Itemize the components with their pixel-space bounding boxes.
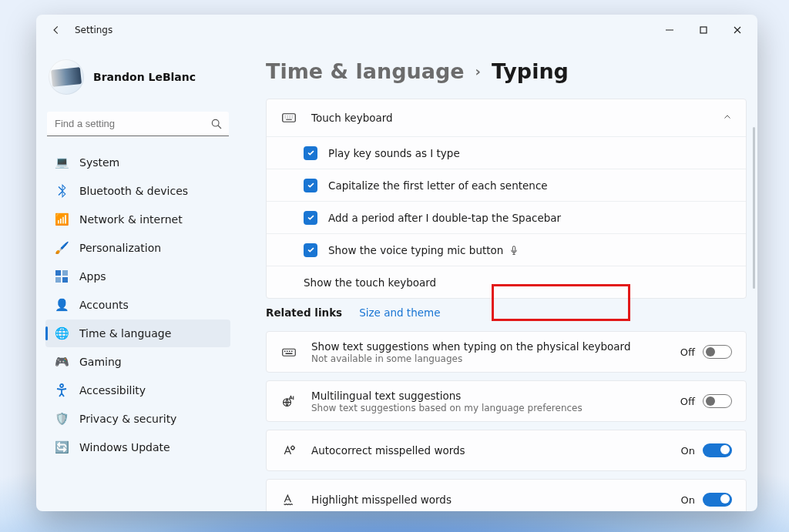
- minimize-icon: [666, 26, 673, 34]
- setting-icon: [280, 394, 297, 408]
- window-title: Settings: [75, 25, 112, 35]
- sidebar-item-gaming[interactable]: 🎮Gaming: [45, 348, 230, 376]
- nav-icon: [55, 184, 69, 198]
- option-label: Add a period after I double-tap the Spac…: [328, 212, 561, 224]
- setting-icon: [280, 345, 297, 359]
- nav-icon: 🔄: [55, 440, 69, 454]
- sidebar-item-time-language[interactable]: 🌐Time & language: [45, 320, 230, 347]
- breadcrumb-current: Typing: [492, 59, 569, 83]
- related-label: Related links: [266, 306, 342, 319]
- setting-row[interactable]: Highlight misspelled wordsOn: [267, 480, 746, 511]
- touch-keyboard-option[interactable]: Add a period after I double-tap the Spac…: [267, 201, 746, 233]
- svg-rect-2: [55, 270, 61, 276]
- breadcrumb-parent[interactable]: Time & language: [266, 59, 465, 83]
- arrow-left-icon: [51, 25, 62, 35]
- svg-point-1: [212, 119, 219, 126]
- nav-icon: 🎮: [55, 355, 69, 369]
- sidebar-item-accessibility[interactable]: Accessibility: [45, 376, 230, 404]
- avatar: [49, 59, 84, 95]
- svg-point-6: [60, 384, 63, 387]
- maximize-icon: [700, 26, 707, 34]
- svg-rect-9: [283, 349, 296, 356]
- svg-rect-3: [62, 270, 68, 276]
- checkbox[interactable]: [304, 179, 317, 192]
- svg-rect-7: [283, 114, 296, 122]
- profile-name: Brandon LeBlanc: [93, 71, 196, 83]
- setting-title: Show text suggestions when typing on the…: [311, 340, 680, 353]
- svg-rect-0: [700, 27, 707, 33]
- size-and-theme-link[interactable]: Size and theme: [359, 306, 440, 319]
- main-content: Time & language › Typing Touch keyboard …: [237, 45, 757, 511]
- search-icon: [210, 118, 223, 130]
- toggle[interactable]: On: [681, 443, 732, 457]
- setting-row[interactable]: Show text suggestions when typing on the…: [267, 332, 746, 372]
- checkbox[interactable]: [304, 243, 317, 257]
- setting-row[interactable]: Autocorrect misspelled wordsOn: [267, 430, 746, 470]
- profile[interactable]: Brandon LeBlanc: [45, 49, 230, 109]
- close-button[interactable]: [720, 16, 754, 44]
- maximize-button[interactable]: [687, 16, 720, 44]
- switch[interactable]: [703, 345, 732, 359]
- setting-subtitle: Show text suggestions based on my langua…: [311, 403, 680, 413]
- nav-icon: 👤: [55, 298, 69, 312]
- search-box[interactable]: [47, 112, 229, 136]
- svg-rect-5: [62, 277, 68, 283]
- minimize-button[interactable]: [653, 16, 687, 44]
- nav-icon: 💻: [55, 156, 69, 169]
- titlebar: Settings: [36, 15, 757, 45]
- svg-point-16: [291, 447, 294, 450]
- sidebar-item-bluetooth-devices[interactable]: Bluetooth & devices: [45, 177, 230, 205]
- svg-rect-4: [55, 277, 61, 283]
- setting-title: Highlight misspelled words: [311, 494, 681, 506]
- checkbox[interactable]: [304, 146, 317, 160]
- search-input[interactable]: [47, 112, 229, 136]
- nav-label: Apps: [79, 270, 106, 283]
- touch-keyboard-title: Touch keyboard: [311, 112, 393, 124]
- nav-label: Personalization: [79, 242, 161, 254]
- setting-row[interactable]: Multilingual text suggestionsShow text s…: [267, 381, 746, 421]
- option-label: Show the voice typing mic button: [328, 244, 518, 256]
- sidebar-item-accounts[interactable]: 👤Accounts: [45, 291, 230, 319]
- nav-label: System: [79, 156, 119, 169]
- related-links: Related links Size and theme: [266, 306, 747, 319]
- nav-label: Gaming: [79, 356, 122, 368]
- sidebar-item-windows-update[interactable]: 🔄Windows Update: [45, 433, 230, 461]
- switch[interactable]: [703, 443, 732, 457]
- option-label: Capitalize the first letter of each sent…: [328, 179, 548, 192]
- sidebar-item-system[interactable]: 💻System: [45, 149, 230, 176]
- svg-rect-11: [287, 351, 288, 353]
- sidebar-item-personalization[interactable]: 🖌️Personalization: [45, 234, 230, 262]
- sidebar-item-privacy-security[interactable]: 🛡️Privacy & security: [45, 405, 230, 433]
- toggle-state: On: [681, 494, 695, 506]
- scrollbar[interactable]: [753, 127, 755, 289]
- back-button[interactable]: [42, 16, 70, 44]
- setting-card: Highlight misspelled wordsOn: [266, 479, 747, 511]
- settings-window: Settings Brandon LeBlanc 💻SystemBluetoot…: [36, 15, 757, 511]
- toggle[interactable]: Off: [680, 394, 732, 408]
- collapse-button[interactable]: [723, 112, 732, 124]
- sidebar-item-apps[interactable]: Apps: [45, 263, 230, 290]
- toggle[interactable]: On: [681, 493, 732, 507]
- toggle-state: On: [681, 445, 695, 457]
- touch-keyboard-option[interactable]: Play key sounds as I type: [267, 136, 746, 169]
- touch-keyboard-option[interactable]: Show the voice typing mic button: [267, 233, 746, 266]
- touch-keyboard-option[interactable]: Show the touch keyboard: [267, 266, 746, 298]
- breadcrumb: Time & language › Typing: [266, 59, 747, 83]
- toggle-state: Off: [680, 396, 695, 407]
- toggle[interactable]: Off: [680, 345, 732, 359]
- nav-icon: 📶: [55, 212, 69, 226]
- toggle-state: Off: [680, 346, 695, 358]
- sidebar-item-network-internet[interactable]: 📶Network & internet: [45, 206, 230, 233]
- window-chrome: [653, 16, 754, 44]
- switch[interactable]: [703, 394, 732, 408]
- keyboard-icon: [280, 111, 297, 125]
- touch-keyboard-header[interactable]: Touch keyboard: [267, 99, 746, 136]
- switch[interactable]: [703, 493, 732, 507]
- nav-icon: 🌐: [55, 326, 69, 340]
- checkbox[interactable]: [304, 211, 317, 225]
- nav-label: Time & language: [79, 327, 171, 340]
- setting-card: Autocorrect misspelled wordsOn: [266, 430, 747, 471]
- chevron-right-icon: ›: [475, 63, 481, 79]
- touch-keyboard-option[interactable]: Capitalize the first letter of each sent…: [267, 169, 746, 201]
- svg-rect-14: [286, 353, 293, 355]
